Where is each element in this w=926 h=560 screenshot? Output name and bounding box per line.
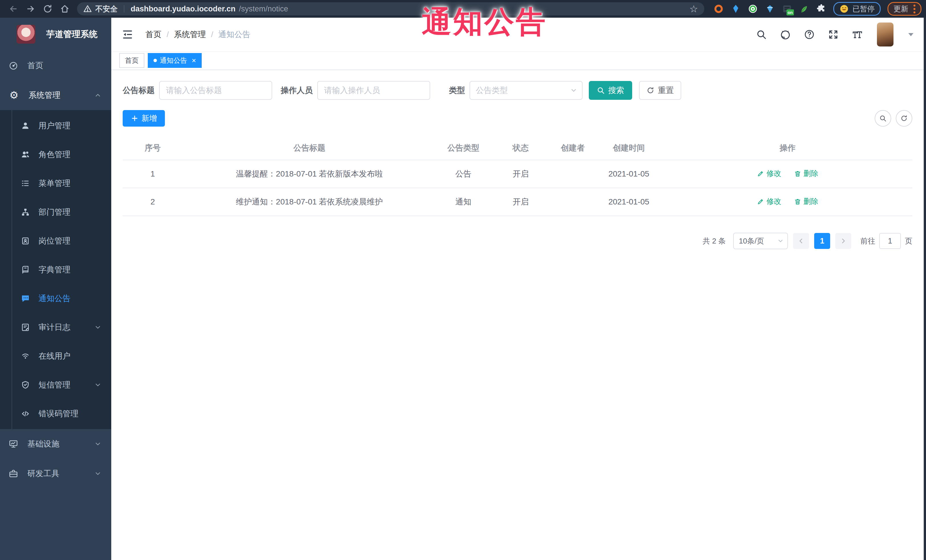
sidebar-item-label: 首页 <box>27 60 43 71</box>
table-toolbar: 新增 <box>123 110 912 127</box>
delete-link[interactable]: 删除 <box>794 196 819 207</box>
system-submenu: 用户管理 角色管理 菜单管理 部门管理 岗位管理 字典管理 <box>0 110 111 429</box>
security-label[interactable]: 不安全 <box>95 4 118 14</box>
sidebar-item-dept-management[interactable]: 部门管理 <box>0 198 111 226</box>
breadcrumb-home[interactable]: 首页 <box>145 29 162 40</box>
cell-type: 公告 <box>436 160 491 188</box>
logo-image <box>17 25 35 44</box>
sidebar-item-user-management[interactable]: 用户管理 <box>0 111 111 140</box>
operator-input[interactable] <box>317 81 430 100</box>
user-avatar[interactable] <box>877 23 893 47</box>
col-creator: 创建者 <box>551 136 595 160</box>
extension-orange-ring-icon[interactable] <box>713 4 724 14</box>
notice-title-input[interactable] <box>159 81 272 100</box>
prev-page-button[interactable] <box>793 233 809 249</box>
table-tools <box>875 110 912 127</box>
extension-green-circle-icon[interactable] <box>748 4 758 14</box>
table-header-row: 序号 公告标题 公告类型 状态 创建者 创建时间 操作 <box>123 136 912 160</box>
chevron-down-icon <box>777 237 784 245</box>
browser-menu-kebab-icon[interactable] <box>914 5 915 14</box>
sidebar-item-online-user[interactable]: 在线用户 <box>0 341 111 370</box>
sidebar-item-label: 研发工具 <box>27 468 59 479</box>
select-placeholder: 公告类型 <box>476 85 508 96</box>
extension-proxy-icon[interactable]: on <box>782 4 792 14</box>
home-icon[interactable] <box>60 4 70 14</box>
table-row: 2 维护通知：2018-07-01 若依系统凌晨维护 通知 开启 2021-01… <box>123 188 912 216</box>
cell-status: 开启 <box>491 188 551 216</box>
notice-type-select[interactable]: 公告类型 <box>469 81 583 100</box>
page-1-button[interactable]: 1 <box>814 233 830 249</box>
forward-icon[interactable] <box>26 4 35 14</box>
col-no: 序号 <box>123 136 183 160</box>
search-icon <box>597 86 605 94</box>
pencil-icon <box>757 170 764 177</box>
sidebar-fold-icon[interactable] <box>121 29 133 41</box>
extension-blue-gem-icon[interactable] <box>765 4 775 14</box>
url-host[interactable]: dashboard.yudao.iocoder.cn <box>131 5 236 14</box>
app-title: 芋道管理系统 <box>46 29 98 40</box>
delete-link[interactable]: 删除 <box>794 169 819 178</box>
header-search-icon[interactable] <box>756 29 767 40</box>
fullscreen-icon[interactable] <box>828 29 839 40</box>
goto-page-input[interactable] <box>879 233 901 249</box>
app-logo[interactable]: 芋道管理系统 <box>0 18 111 51</box>
add-button[interactable]: 新增 <box>123 110 165 127</box>
back-icon[interactable] <box>9 4 18 14</box>
add-button-label: 新增 <box>142 113 157 124</box>
address-bar[interactable]: 不安全 dashboard.yudao.iocoder.cn /system/n… <box>77 2 704 15</box>
plus-icon <box>131 114 139 122</box>
tab-home[interactable]: 首页 <box>119 53 144 68</box>
edit-label: 修改 <box>767 196 781 207</box>
tab-label: 通知公告 <box>160 56 187 65</box>
sidebar-item-infrastructure[interactable]: 基础设施 <box>0 429 111 459</box>
col-status: 状态 <box>491 136 551 160</box>
delete-label: 删除 <box>803 169 819 178</box>
sidebar-item-dict-management[interactable]: 字典管理 <box>0 255 111 284</box>
extension-leaf-icon[interactable] <box>799 4 809 14</box>
refresh-table-button[interactable] <box>896 110 912 127</box>
reload-icon[interactable] <box>43 4 53 14</box>
sidebar-item-error-code[interactable]: 错误码管理 <box>0 399 111 428</box>
sidebar-item-dev-tools[interactable]: 研发工具 <box>0 459 111 488</box>
sidebar-item-notice[interactable]: 通知公告 <box>0 284 111 313</box>
chevron-down-icon <box>94 440 101 448</box>
extension-paused-pill[interactable]: 已暂停 <box>833 2 881 16</box>
search-button[interactable]: 搜索 <box>589 81 632 100</box>
sidebar-item-post-management[interactable]: 岗位管理 <box>0 226 111 255</box>
sidebar-item-system-management[interactable]: ⚙ 系统管理 <box>0 80 111 110</box>
github-icon[interactable] <box>780 29 791 40</box>
toggle-search-button[interactable] <box>875 110 891 127</box>
extensions-puzzle-icon[interactable] <box>816 4 826 14</box>
sidebar-item-home[interactable]: 首页 <box>0 51 111 80</box>
font-size-icon[interactable] <box>852 29 862 40</box>
sidebar-item-role-management[interactable]: 角色管理 <box>0 140 111 169</box>
tab-notice[interactable]: 通知公告 × <box>148 53 202 68</box>
cell-creator <box>551 188 595 216</box>
main-content: 公告标题 操作人员 类型 公告类型 搜索 重置 新增 <box>111 71 924 560</box>
browser-update-button[interactable]: 更新 <box>888 2 921 16</box>
page-size-select[interactable]: 10条/页 <box>733 232 788 249</box>
sidebar-item-sms-management[interactable]: 短信管理 <box>0 370 111 399</box>
avatar-caret-down-icon[interactable] <box>908 33 914 36</box>
search-form: 公告标题 操作人员 类型 公告类型 搜索 重置 <box>123 81 912 100</box>
sidebar-item-menu-management[interactable]: 菜单管理 <box>0 169 111 198</box>
cell-type: 通知 <box>436 188 491 216</box>
extension-blue-pin-icon[interactable] <box>731 4 741 14</box>
book-icon <box>21 265 30 274</box>
type-label: 类型 <box>449 85 465 96</box>
help-question-icon[interactable] <box>804 29 815 40</box>
url-path[interactable]: /system/notice <box>239 5 288 14</box>
bookmark-star-icon[interactable]: ☆ <box>690 4 698 14</box>
edit-label: 修改 <box>767 169 781 178</box>
next-page-button[interactable] <box>835 233 851 249</box>
cell-title: 维护通知：2018-07-01 若依系统凌晨维护 <box>183 188 436 216</box>
edit-link[interactable]: 修改 <box>757 169 781 178</box>
edit-link[interactable]: 修改 <box>757 196 781 207</box>
cell-no: 2 <box>123 188 183 216</box>
pagination-total: 共 2 条 <box>703 236 726 246</box>
tab-close-icon[interactable]: × <box>192 57 196 64</box>
breadcrumb-system[interactable]: 系统管理 <box>174 29 206 40</box>
sidebar-item-audit-log[interactable]: 审计日志 <box>0 313 111 341</box>
page-scrollbar[interactable] <box>924 18 926 560</box>
reset-button[interactable]: 重置 <box>639 81 681 100</box>
